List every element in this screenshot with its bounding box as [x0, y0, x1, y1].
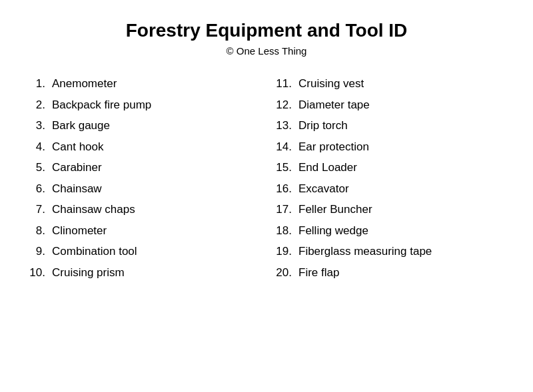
item-label: Cruising vest	[298, 75, 506, 93]
left-column: 1.Anemometer2.Backpack fire pump3.Bark g…	[27, 75, 266, 285]
item-number: 17.	[266, 201, 292, 218]
list-item: 4.Cant hook	[27, 138, 266, 156]
item-number: 15.	[266, 159, 292, 176]
item-number: 1.	[27, 75, 45, 93]
item-number: 19.	[266, 243, 292, 260]
list-item: 8.Clinometer	[27, 222, 266, 240]
item-number: 16.	[266, 180, 292, 198]
list-item: 16.Excavator	[266, 180, 506, 198]
item-label: Cant hook	[52, 138, 266, 156]
item-label: Chainsaw	[52, 180, 266, 198]
list-item: 5.Carabiner	[27, 159, 266, 176]
page-subtitle: © One Less Thing	[227, 45, 307, 57]
item-number: 11.	[266, 75, 292, 93]
list-item: 19.Fiberglass measuring tape	[266, 243, 506, 260]
item-number: 4.	[27, 138, 45, 156]
page-title: Forestry Equipment and Tool ID	[126, 20, 408, 41]
list-item: 13.Drip torch	[266, 117, 506, 134]
item-label: Combination tool	[52, 243, 266, 260]
list-item: 7.Chainsaw chaps	[27, 201, 266, 218]
item-label: Drip torch	[298, 117, 506, 134]
list-item: 11.Cruising vest	[266, 75, 506, 93]
item-number: 10.	[27, 264, 45, 282]
item-number: 18.	[266, 222, 292, 240]
list-item: 18.Felling wedge	[266, 222, 506, 240]
item-label: Fire flap	[298, 264, 506, 282]
item-number: 14.	[266, 138, 292, 156]
item-label: Carabiner	[52, 159, 266, 176]
item-label: Clinometer	[52, 222, 266, 240]
item-label: Backpack fire pump	[52, 97, 266, 114]
item-label: Feller Buncher	[298, 201, 506, 218]
item-number: 20.	[266, 264, 292, 282]
item-number: 9.	[27, 243, 45, 260]
list-item: 17.Feller Buncher	[266, 201, 506, 218]
list-item: 6.Chainsaw	[27, 180, 266, 198]
item-label: Diameter tape	[298, 97, 506, 114]
item-number: 2.	[27, 97, 45, 114]
list-item: 14.Ear protection	[266, 138, 506, 156]
list-item: 9.Combination tool	[27, 243, 266, 260]
item-number: 6.	[27, 180, 45, 198]
item-label: Felling wedge	[298, 222, 506, 240]
item-number: 8.	[27, 222, 45, 240]
list-item: 10.Cruising prism	[27, 264, 266, 282]
list-container: 1.Anemometer2.Backpack fire pump3.Bark g…	[27, 75, 506, 285]
item-label: Chainsaw chaps	[52, 201, 266, 218]
item-label: Ear protection	[298, 138, 506, 156]
list-item: 15.End Loader	[266, 159, 506, 176]
item-number: 12.	[266, 97, 292, 114]
list-item: 1.Anemometer	[27, 75, 266, 93]
list-item: 2.Backpack fire pump	[27, 97, 266, 114]
item-label: Fiberglass measuring tape	[298, 243, 506, 260]
item-number: 5.	[27, 159, 45, 176]
list-item: 20.Fire flap	[266, 264, 506, 282]
item-label: Excavator	[298, 180, 506, 198]
list-item: 3.Bark gauge	[27, 117, 266, 134]
right-column: 11.Cruising vest12.Diameter tape13.Drip …	[266, 75, 506, 285]
item-number: 3.	[27, 117, 45, 134]
item-label: Bark gauge	[52, 117, 266, 134]
item-label: End Loader	[298, 159, 506, 176]
item-number: 7.	[27, 201, 45, 218]
list-item: 12.Diameter tape	[266, 97, 506, 114]
item-label: Anemometer	[52, 75, 266, 93]
item-label: Cruising prism	[52, 264, 266, 282]
item-number: 13.	[266, 117, 292, 134]
